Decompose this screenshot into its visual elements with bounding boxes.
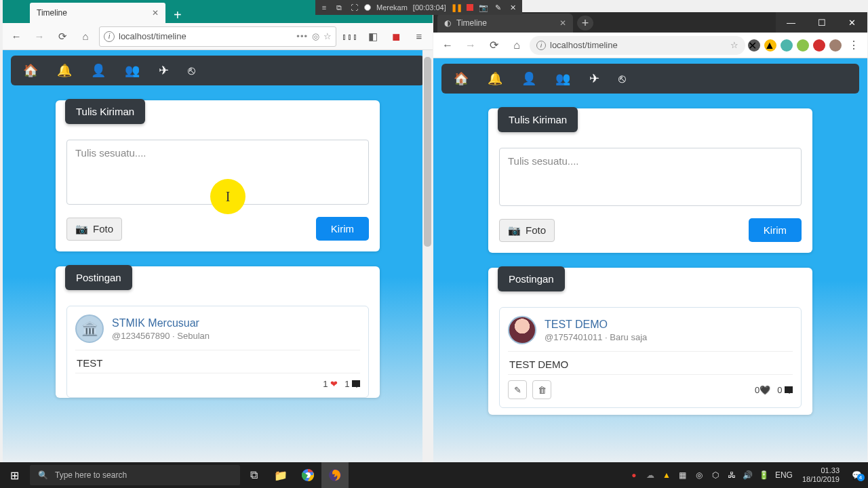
forward-button[interactable]: → — [30, 27, 49, 46]
minimize-button[interactable] — [776, 12, 806, 33]
firefox-toolbar: ← → ⟳ ⌂ i localhost/timeline ••• ◎ ☆ ⫾⫾⫾… — [3, 23, 433, 50]
extension-icon[interactable]: ◼ — [387, 27, 406, 46]
extension-icon[interactable] — [781, 39, 793, 52]
like-count[interactable]: 0🖤 — [755, 385, 770, 395]
reload-button[interactable]: ⟳ — [484, 35, 504, 56]
bookmark-star-icon[interactable]: ☆ — [323, 31, 332, 41]
tray-volume-icon[interactable]: 🔊 — [743, 470, 753, 481]
forward-button[interactable]: → — [460, 35, 481, 56]
extension-icon[interactable] — [813, 39, 825, 52]
avatar-icon[interactable] — [829, 39, 842, 52]
nav-home-icon[interactable]: 🏠 — [23, 63, 38, 78]
tray-icon[interactable]: ▦ — [677, 470, 688, 481]
heart-icon: 🖤 — [760, 385, 770, 395]
submit-button[interactable]: Kirim — [316, 217, 369, 241]
screenshot-icon[interactable]: 📷 — [479, 3, 488, 12]
extension-icon[interactable]: ▲ — [764, 39, 776, 52]
address-bar[interactable]: i localhost/timeline ☆ — [530, 36, 745, 55]
post-body: TEST DEMO — [508, 352, 793, 374]
site-info-icon[interactable]: i — [104, 31, 115, 42]
nav-logout-icon[interactable]: ⎋ — [618, 72, 626, 86]
scrollbar[interactable] — [422, 50, 433, 462]
window-close-button[interactable] — [837, 12, 867, 33]
extensions: ✕ ▲ — [748, 39, 842, 52]
extension-icon[interactable]: ✕ — [748, 39, 760, 52]
tray-onedrive-icon[interactable]: ☁ — [645, 470, 656, 481]
browser-tab[interactable]: Timeline ✕ — [30, 3, 165, 23]
page-actions-icon[interactable]: ••• — [296, 31, 308, 41]
start-button[interactable]: ⊞ — [0, 462, 28, 488]
avatar[interactable] — [508, 316, 536, 344]
site-info-icon[interactable]: i — [536, 41, 546, 50]
tray-record-icon[interactable]: ● — [629, 470, 639, 481]
recorder-region-icon[interactable]: ⧉ — [334, 3, 344, 12]
comment-count[interactable]: 0 — [777, 385, 793, 395]
tray-icon[interactable]: ◎ — [694, 470, 705, 481]
record-icon[interactable] — [364, 4, 371, 11]
submit-button[interactable]: Kirim — [749, 218, 802, 242]
recorder-elapsed: [00:03:04] — [413, 3, 446, 12]
nav-send-icon[interactable]: ✈ — [589, 71, 599, 86]
like-count[interactable]: 1 ❤ — [323, 379, 338, 389]
tab-close-icon[interactable]: ✕ — [559, 18, 566, 28]
post-author[interactable]: STMIK Mercusuar — [112, 317, 210, 329]
nav-send-icon[interactable]: ✈ — [159, 63, 169, 78]
menu-button[interactable]: ⋮ — [844, 39, 863, 52]
sidebar-icon[interactable]: ◧ — [363, 27, 382, 46]
nav-home-icon[interactable]: 🏠 — [454, 71, 469, 86]
tray-network-icon[interactable]: 🖧 — [726, 470, 737, 481]
tracking-protection-icon[interactable]: ◎ — [312, 31, 319, 41]
menu-button[interactable]: ≡ — [410, 27, 429, 46]
action-center-icon[interactable]: 💬4 — [845, 462, 868, 488]
nav-logout-icon[interactable]: ⎋ — [188, 64, 195, 78]
new-tab-button[interactable]: + — [165, 7, 190, 23]
tray-language[interactable]: ENG — [775, 470, 793, 480]
photo-button[interactable]: 📷 Foto — [66, 218, 122, 241]
post-author[interactable]: TEST DEMO — [545, 319, 647, 331]
stop-icon[interactable] — [467, 4, 473, 11]
photo-button[interactable]: 📷 Foto — [499, 219, 555, 242]
browser-tab[interactable]: ◐ Timeline ✕ — [437, 14, 573, 33]
task-view-icon[interactable]: ⧉ — [240, 462, 267, 488]
maximize-button[interactable] — [806, 12, 837, 33]
chrome-viewport: 🏠 🔔 👤 👥 ✈ ⎋ Tulis Kiriman 📷 Foto Kirim — [433, 58, 867, 462]
url-text: localhost/timeline — [119, 31, 186, 41]
nav-user-icon[interactable]: 👤 — [91, 63, 106, 78]
bookmark-star-icon[interactable]: ☆ — [730, 40, 738, 50]
recorder-crop-icon[interactable]: ⛶ — [349, 3, 359, 12]
firefox-icon[interactable] — [321, 462, 349, 488]
back-button[interactable]: ← — [437, 35, 458, 56]
back-button[interactable]: ← — [7, 27, 26, 46]
tab-title: Timeline — [456, 18, 487, 28]
reload-button[interactable]: ⟳ — [53, 27, 72, 46]
comment-count[interactable]: 1 — [344, 379, 360, 389]
file-explorer-icon[interactable]: 📁 — [267, 462, 294, 488]
extension-icon[interactable] — [797, 39, 809, 52]
avatar[interactable]: 🏛️ — [75, 314, 104, 343]
nav-users-icon[interactable]: 👥 — [555, 71, 570, 86]
address-bar[interactable]: i localhost/timeline ••• ◎ ☆ — [99, 26, 336, 47]
library-icon[interactable]: ⫾⫾⫾ — [340, 27, 359, 46]
taskbar-search[interactable]: 🔍 Type here to search — [30, 465, 240, 485]
post-item: TEST DEMO @1757401011 · Baru saja TEST D… — [499, 307, 802, 408]
tab-close-icon[interactable]: ✕ — [152, 8, 159, 18]
home-button[interactable]: ⌂ — [76, 27, 95, 46]
annotate-icon[interactable]: ✎ — [494, 3, 503, 12]
tray-drive-icon[interactable]: ▲ — [661, 470, 672, 481]
chrome-icon[interactable] — [294, 462, 321, 488]
edit-button[interactable]: ✎ — [508, 380, 527, 399]
search-placeholder: Type here to search — [55, 470, 127, 480]
nav-users-icon[interactable]: 👥 — [125, 63, 140, 78]
nav-bell-icon[interactable]: 🔔 — [57, 63, 72, 78]
tray-battery-icon[interactable]: 🔋 — [759, 470, 770, 481]
recorder-close-icon[interactable]: ✕ — [509, 3, 518, 12]
tray-icon[interactable]: ⬡ — [710, 470, 721, 481]
pause-icon[interactable]: ❚❚ — [452, 3, 461, 12]
nav-user-icon[interactable]: 👤 — [521, 71, 536, 86]
nav-bell-icon[interactable]: 🔔 — [488, 71, 502, 86]
new-tab-button[interactable]: + — [577, 16, 593, 30]
compose-textarea[interactable] — [499, 148, 802, 206]
home-button[interactable]: ⌂ — [507, 35, 527, 56]
delete-button[interactable]: 🗑 — [532, 380, 551, 399]
taskbar-clock[interactable]: 01.33 18/10/2019 — [797, 466, 845, 483]
